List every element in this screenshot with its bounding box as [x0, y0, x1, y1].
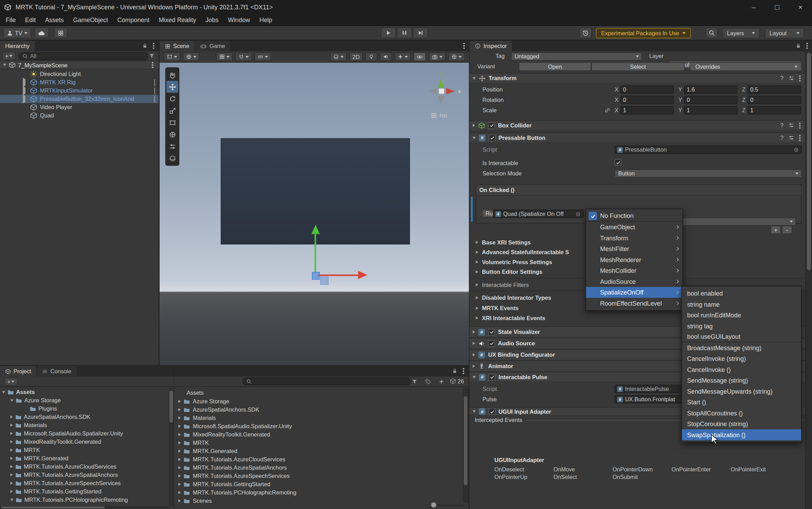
menubar-item[interactable]: GameObject [68, 14, 113, 26]
editor-tool-button[interactable] [166, 152, 178, 164]
help-icon[interactable]: ? [780, 122, 783, 128]
x-field[interactable]: 0 [621, 85, 674, 94]
search-by-label-icon[interactable] [425, 378, 431, 385]
tab-console[interactable]: Console [37, 366, 77, 376]
search-by-type-icon[interactable] [412, 378, 418, 385]
hierarchy-item[interactable]: Directional Light [0, 70, 159, 78]
foldout-closed-icon[interactable] [178, 466, 181, 469]
foldout-base-xri-settings[interactable]: Base XRI Settings [470, 237, 531, 247]
hierarchy-item[interactable]: PressableButton_32x32mm_IconAnd [0, 95, 159, 103]
foldout-closed-icon[interactable] [178, 474, 181, 478]
menubar-item[interactable]: Help [255, 14, 277, 26]
foldout-icon[interactable] [10, 424, 13, 427]
project-tree-item[interactable]: Azure Storage [0, 396, 169, 404]
foldout-icon[interactable] [2, 391, 5, 393]
submenu-item[interactable]: SwapSpatialization () [682, 429, 801, 440]
remove-event-button[interactable]: - [782, 226, 792, 234]
tree-scrollbar[interactable] [169, 388, 173, 506]
presets-icon[interactable] [788, 135, 794, 141]
foldout-icon[interactable] [10, 440, 13, 443]
pivot-orientation-dropdown[interactable] [183, 52, 199, 61]
scrollbar-thumb[interactable] [1, 507, 105, 509]
orientation-x-cone[interactable] [446, 88, 455, 94]
collab-grid-button[interactable] [54, 27, 67, 38]
add-event-button[interactable]: + [771, 226, 781, 234]
selection-mode-dropdown[interactable]: Button [615, 169, 802, 177]
menubar-item[interactable]: Edit [20, 14, 40, 26]
hidden-packages-count[interactable]: 26 [450, 378, 464, 384]
project-tree-item[interactable]: MRTK.Tutorials.GettingStarted [0, 487, 169, 496]
menu-item[interactable]: Transform [586, 232, 682, 243]
foldout-icon[interactable] [10, 457, 13, 460]
menubar-item[interactable]: Window [223, 14, 255, 26]
transform-tool-button[interactable] [166, 128, 178, 140]
pressable-button-header[interactable]: # Pressable Button ? [470, 133, 805, 143]
asset-item[interactable]: AzureSpatialAnchors.SDK [173, 405, 462, 414]
inspector-scrollbar[interactable] [805, 52, 812, 509]
foldout-volumetric-press[interactable]: Volumetric Press Settings [470, 257, 552, 267]
project-tree-item[interactable]: MRTK.Tutorials.AzureSpatialAnchors [0, 471, 169, 479]
custom-tool-button[interactable] [166, 140, 178, 152]
submenu-item[interactable]: StopAllCoroutines () [682, 407, 801, 418]
foldout-icon[interactable] [23, 96, 25, 102]
help-icon[interactable]: ? [780, 75, 783, 81]
layout-dropdown[interactable]: Layout [765, 28, 804, 38]
minimize-button[interactable]: – [742, 0, 765, 15]
foldout-icon[interactable] [10, 490, 13, 493]
submenu-item[interactable]: StopCoroutine (string) [682, 419, 801, 429]
assets-scrollbar[interactable] [463, 388, 468, 503]
layers-dropdown[interactable]: Layers [723, 28, 760, 38]
tab-scene[interactable]: Scene [160, 41, 195, 51]
submenu-item[interactable]: CancelInvoke () [682, 364, 801, 375]
scale-tool-button[interactable] [166, 105, 178, 116]
lock-icon[interactable] [452, 368, 457, 374]
foldout-closed-icon[interactable] [178, 499, 181, 502]
scene-root-row[interactable]: 7_MySampleScene [0, 61, 159, 69]
foldout-closed-icon[interactable] [178, 450, 181, 453]
submenu-item[interactable]: bool enabled [682, 288, 801, 299]
projection-mode[interactable]: Iso [431, 112, 447, 118]
asset-item[interactable]: MRTK.Tutorials.GettingStarted [173, 480, 462, 488]
audio-toggle[interactable] [380, 52, 391, 61]
menu-item[interactable]: GameObject [586, 222, 682, 232]
y-field[interactable]: 0 [684, 96, 737, 104]
asset-item[interactable]: Azure Storage [173, 397, 462, 405]
foldout-closed-icon[interactable] [178, 408, 181, 411]
asset-item[interactable]: MRTK.Tutorials.PCHolographicRemoting [173, 488, 462, 497]
lighting-toggle[interactable] [365, 52, 377, 61]
asset-item[interactable]: Materials [173, 414, 462, 422]
submenu-item[interactable]: SendMessage (string) [682, 375, 801, 386]
help-icon[interactable]: ? [780, 135, 783, 141]
asset-item[interactable]: MRTK.Generated [173, 447, 462, 455]
project-tree-item[interactable]: Plugins [0, 404, 169, 413]
hierarchy-item[interactable]: MRTK XR Rig [0, 78, 159, 86]
create-asset-button[interactable]: + [4, 377, 18, 386]
scene-visibility-toggle[interactable] [414, 52, 426, 61]
project-tree-item[interactable]: Microsoft.SpatialAudio.Spatializer.Unity [0, 429, 169, 438]
lock-icon[interactable] [795, 43, 801, 48]
box-collider-header[interactable]: Box Collider ? [470, 120, 805, 131]
event-target-field[interactable]: # Quad (Spatialize On Off [493, 210, 583, 218]
z-field[interactable]: 0.5 [748, 85, 801, 94]
tab-game[interactable]: Game [195, 41, 230, 51]
submenu-item[interactable]: string name [682, 299, 801, 309]
orientation-center-cube[interactable] [438, 88, 445, 94]
foldout-icon[interactable] [23, 87, 25, 94]
tool-settings-dropdown[interactable] [164, 52, 180, 61]
foldout-closed-icon[interactable] [178, 416, 181, 420]
project-tree-item[interactable]: Materials [0, 421, 169, 429]
y-field[interactable]: 1 [684, 106, 737, 114]
menubar-item[interactable]: Mixed Reality [154, 14, 201, 26]
tree-hscrollbar[interactable] [0, 506, 169, 509]
menu-item[interactable]: AudioSource [586, 276, 682, 287]
hierarchy-search-input[interactable]: All [19, 52, 148, 60]
scrollbar-thumb[interactable] [807, 53, 811, 270]
asset-item[interactable]: MixedRealityToolkit.Generated [173, 430, 462, 439]
2d-toggle[interactable]: 2D [349, 52, 363, 61]
camera-settings-dropdown[interactable] [428, 52, 445, 61]
snap-settings-dropdown[interactable] [235, 52, 252, 61]
select-prefab-button[interactable]: Select [591, 62, 684, 71]
open-prefab-icon[interactable] [154, 87, 155, 94]
project-tree-item[interactable]: MRTK [0, 446, 169, 454]
foldout-closed-icon[interactable] [178, 491, 181, 494]
